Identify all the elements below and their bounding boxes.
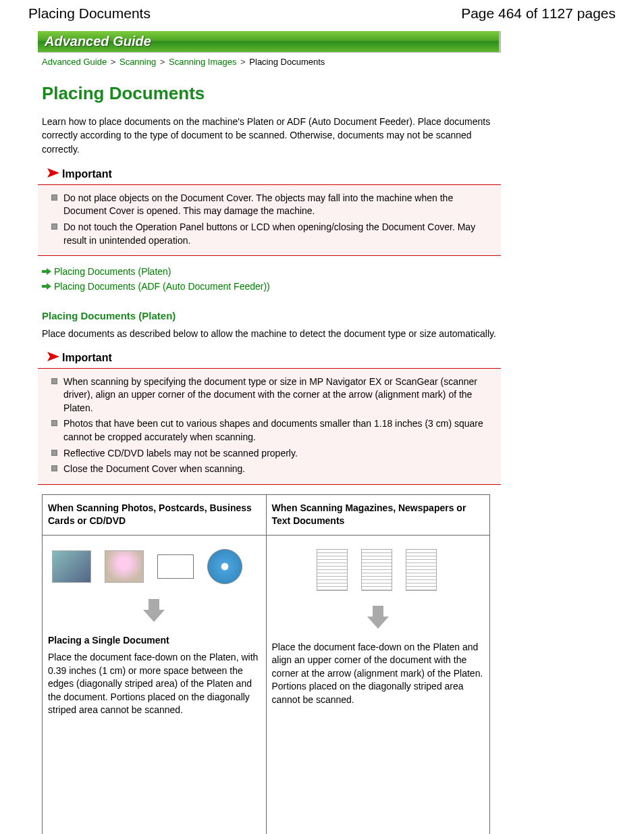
advanced-guide-banner: Advanced Guide xyxy=(38,31,501,53)
svg-rect-1 xyxy=(42,270,47,273)
down-arrow-icon xyxy=(48,596,261,627)
important-heading: Important xyxy=(46,168,501,180)
important-box: When scanning by specifying the document… xyxy=(38,368,501,485)
table-header-col2: When Scanning Magazines, Newspapers or T… xyxy=(266,494,490,535)
svg-marker-0 xyxy=(47,168,59,178)
svg-rect-6 xyxy=(149,599,159,610)
important-label: Important xyxy=(62,168,112,180)
svg-marker-2 xyxy=(47,268,51,275)
table-header-col1: When Scanning Photos, Postcards, Busines… xyxy=(43,494,267,535)
section-text-platen: Place documents as described below to al… xyxy=(42,327,501,340)
important-list: Do not place objects on the Document Cov… xyxy=(38,185,501,255)
important-item: Reflective CD/DVD labels may not be scan… xyxy=(51,446,495,462)
breadcrumb-link-scanning-images[interactable]: Scanning Images xyxy=(169,57,236,67)
arrow-right-icon xyxy=(42,267,51,276)
svg-marker-5 xyxy=(47,352,59,361)
card-thumbnail-icon xyxy=(157,554,194,579)
table-cell-col2: Place the document face-down on the Plat… xyxy=(266,535,490,834)
intro-paragraph: Learn how to place documents on the mach… xyxy=(42,115,501,156)
link-placing-documents-platen[interactable]: Placing Documents (Platen) xyxy=(54,266,171,277)
page-indicator: Page 464 of 1127 pages xyxy=(461,5,616,22)
col1-body: Place the document face-down on the Plat… xyxy=(48,651,261,717)
portrait-thumbnail-icon xyxy=(105,550,144,583)
flag-icon xyxy=(46,168,62,180)
important-list: When scanning by specifying the document… xyxy=(38,369,501,484)
section-heading-platen: Placing Documents (Platen) xyxy=(42,310,501,321)
text-document-thumbnail-icon xyxy=(406,549,437,591)
link-placing-documents-adf[interactable]: Placing Documents (ADF (Auto Document Fe… xyxy=(54,281,270,292)
svg-marker-7 xyxy=(143,610,165,622)
svg-marker-4 xyxy=(47,283,51,290)
important-item: Do not place objects on the Document Cov… xyxy=(51,190,495,219)
flag-icon xyxy=(46,352,62,364)
col1-subtitle: Placing a Single Document xyxy=(48,634,261,648)
col2-body: Place the document face-down on the Plat… xyxy=(272,641,485,707)
important-label: Important xyxy=(62,352,112,364)
doc-title: Placing Documents xyxy=(28,5,151,22)
breadcrumb-separator: > xyxy=(111,57,116,67)
breadcrumb-separator: > xyxy=(240,57,246,67)
breadcrumb-link-advanced-guide[interactable]: Advanced Guide xyxy=(42,57,107,67)
important-item: Do not touch the Operation Panel buttons… xyxy=(51,219,495,249)
svg-marker-9 xyxy=(367,617,389,629)
table-cell-col1: Placing a Single Document Place the docu… xyxy=(43,535,267,834)
down-arrow-icon xyxy=(272,603,485,634)
content-area: Advanced Guide Advanced Guide > Scanning… xyxy=(0,31,501,834)
breadcrumb-current: Placing Documents xyxy=(249,57,325,67)
cd-thumbnail-icon xyxy=(207,549,242,584)
important-heading: Important xyxy=(46,352,501,364)
breadcrumb-link-scanning[interactable]: Scanning xyxy=(119,57,156,67)
thumbnail-row xyxy=(272,542,485,599)
banner-title: Advanced Guide xyxy=(45,34,151,49)
important-item: When scanning by specifying the document… xyxy=(51,374,495,417)
breadcrumb: Advanced Guide > Scanning > Scanning Ima… xyxy=(38,53,501,74)
important-item: Close the Document Cover when scanning. xyxy=(51,461,495,477)
breadcrumb-separator: > xyxy=(160,57,165,67)
placement-table: When Scanning Photos, Postcards, Busines… xyxy=(42,494,490,834)
important-item: Photos that have been cut to various sha… xyxy=(51,416,495,445)
page-title: Placing Documents xyxy=(42,83,501,104)
newspaper-thumbnail-icon xyxy=(361,549,392,591)
photo-thumbnail-icon xyxy=(52,550,91,583)
magazine-thumbnail-icon xyxy=(317,549,348,591)
arrow-right-icon xyxy=(42,282,51,291)
svg-rect-3 xyxy=(42,285,47,288)
quick-links: Placing Documents (Platen) Placing Docum… xyxy=(42,264,501,294)
thumbnail-row xyxy=(48,542,261,592)
important-box: Do not place objects on the Document Cov… xyxy=(38,184,501,256)
svg-rect-8 xyxy=(373,606,383,617)
page-header: Placing Documents Page 464 of 1127 pages xyxy=(0,0,644,31)
